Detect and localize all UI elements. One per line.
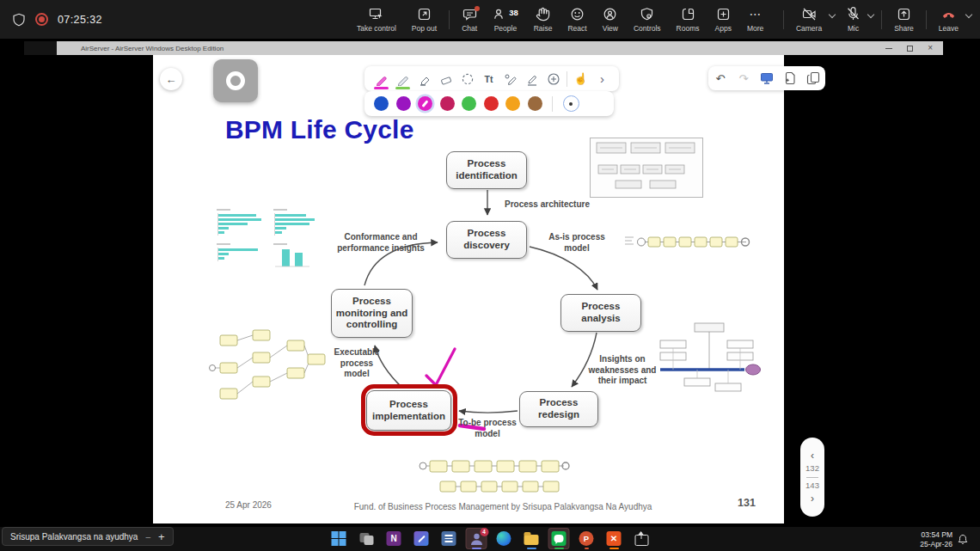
- undo-button[interactable]: ↶: [709, 66, 732, 90]
- text-tool-icon: Tt: [485, 74, 493, 84]
- call-duration: 07:25:32: [58, 14, 102, 26]
- project-tray-button[interactable]: [631, 528, 652, 549]
- process-architecture-thumbnail: [590, 138, 703, 198]
- people-button[interactable]: 38 People: [485, 0, 526, 39]
- color-orange[interactable]: [505, 96, 520, 111]
- color-red[interactable]: [484, 96, 499, 111]
- window-title: AirServer - AirServer Windows Desktop Ed…: [81, 45, 224, 52]
- chat-button[interactable]: Chat: [454, 0, 485, 39]
- pop-out-button[interactable]: Pop out: [404, 0, 444, 39]
- red-circle-annotation: [361, 384, 457, 436]
- people-icon: [493, 7, 507, 21]
- tag-add-icon[interactable]: +: [158, 531, 165, 542]
- color-crimson[interactable]: [440, 96, 455, 111]
- tag-minimize-icon[interactable]: –: [145, 532, 150, 542]
- take-control-button[interactable]: Take control: [349, 0, 404, 39]
- toolbar-divider: [552, 96, 553, 112]
- window-close-button[interactable]: ×: [928, 44, 933, 52]
- screen: 07:25:32 Take control Pop out Chat 38: [0, 0, 980, 551]
- toolbar-divider: [926, 10, 927, 29]
- stroke-size-button[interactable]: [563, 95, 579, 112]
- line-app-button[interactable]: [548, 528, 570, 549]
- share-button[interactable]: Share: [886, 0, 922, 39]
- taskbar-clock[interactable]: 03:54 PM 25-Apr-26: [920, 530, 952, 550]
- edge-icon: [497, 531, 511, 546]
- toolbar-divider: [449, 10, 450, 29]
- call-actions: Take control Pop out Chat 38 People: [349, 0, 771, 39]
- color-palette: [364, 91, 614, 116]
- lasso-select-tool-button[interactable]: [456, 66, 478, 91]
- start-button[interactable]: [328, 528, 350, 549]
- back-button[interactable]: ←: [160, 68, 182, 90]
- mic-off-icon: [846, 7, 861, 21]
- snipping-tool-button[interactable]: [411, 528, 432, 549]
- display-button[interactable]: [756, 66, 779, 90]
- raise-hand-button[interactable]: Raise: [526, 0, 560, 39]
- pen-tool-button[interactable]: [371, 66, 392, 91]
- task-view-button[interactable]: [356, 528, 377, 549]
- highlighter-tool-button[interactable]: [413, 66, 435, 91]
- more-tools-button[interactable]: ›: [591, 66, 613, 91]
- people-count: 38: [509, 8, 518, 17]
- teams-button[interactable]: 4: [466, 528, 487, 549]
- view-button[interactable]: View: [595, 0, 626, 39]
- slide-pager: ‹ 132 143 ›: [800, 438, 824, 517]
- window-minimize-button[interactable]: [885, 48, 892, 49]
- pager-current: 132: [805, 464, 819, 473]
- leave-options-chevron-icon[interactable]: [965, 11, 972, 18]
- notification-bell-icon[interactable]: [958, 534, 968, 545]
- node-process-analysis: Process analysis: [560, 294, 641, 332]
- leave-button[interactable]: Leave: [931, 0, 966, 39]
- pager-divider: [806, 477, 818, 478]
- leave-call-icon: [941, 7, 956, 21]
- camera-options-chevron-icon[interactable]: [829, 11, 836, 18]
- pencil-tool-button[interactable]: [392, 66, 413, 91]
- upload-tray-icon: [634, 535, 648, 546]
- camera-button[interactable]: Camera: [788, 0, 830, 39]
- color-green[interactable]: [462, 96, 476, 111]
- shield-icon: [12, 13, 26, 27]
- next-slide-button[interactable]: ›: [811, 493, 814, 504]
- text-tool-button[interactable]: Tt: [478, 66, 499, 91]
- add-tool-button[interactable]: [542, 66, 564, 91]
- previous-slide-button[interactable]: ‹: [811, 450, 814, 461]
- color-brown[interactable]: [528, 96, 542, 111]
- chevron-right-icon: ›: [600, 71, 604, 86]
- slide-attribution: Fund. of Business Process Management by …: [352, 502, 653, 511]
- color-blue[interactable]: [374, 96, 389, 111]
- redo-button[interactable]: ↷: [732, 66, 756, 90]
- copy-icon: [806, 71, 820, 85]
- color-magenta-selected[interactable]: [418, 96, 432, 111]
- foxit-button[interactable]: ✕: [603, 528, 625, 549]
- more-button[interactable]: ⋯ More: [739, 0, 771, 39]
- toolbar-divider: [567, 71, 567, 87]
- ruler-pen-tool-button[interactable]: [521, 66, 542, 91]
- window-maximize-button[interactable]: [907, 46, 913, 52]
- color-purple[interactable]: [396, 96, 411, 111]
- airserver-logo-icon: [213, 59, 258, 102]
- file-explorer-button[interactable]: [521, 528, 542, 549]
- apps-button[interactable]: Apps: [707, 0, 739, 39]
- powerpoint-button[interactable]: P: [576, 528, 597, 549]
- undo-icon: ↶: [716, 72, 726, 85]
- new-page-button[interactable]: [779, 66, 802, 90]
- camera-off-icon: [802, 7, 817, 21]
- mic-button[interactable]: Mic: [838, 0, 868, 39]
- presentation-slide: ← Tt ☝ ›: [153, 55, 784, 523]
- notes-app-button[interactable]: [438, 528, 460, 549]
- toolbar-divider: [783, 10, 784, 29]
- recording-indicator-icon: [35, 13, 48, 26]
- teams-notification-badge: 4: [480, 528, 488, 536]
- copy-page-button[interactable]: [802, 66, 825, 90]
- eraser-tool-button[interactable]: [435, 66, 456, 91]
- controls-button[interactable]: Controls: [626, 0, 669, 39]
- ink-to-shape-tool-button[interactable]: [499, 66, 521, 91]
- onenote-button[interactable]: N: [383, 528, 405, 549]
- mic-options-chevron-icon[interactable]: [867, 11, 874, 18]
- node-process-redesign: Process redesign: [519, 391, 598, 427]
- rooms-button[interactable]: Rooms: [669, 0, 707, 39]
- edge-button[interactable]: [493, 528, 515, 549]
- bpmn-chain-thumbnail-bottom: [418, 456, 578, 499]
- touch-writing-button[interactable]: ☝: [570, 66, 591, 91]
- react-button[interactable]: React: [560, 0, 594, 39]
